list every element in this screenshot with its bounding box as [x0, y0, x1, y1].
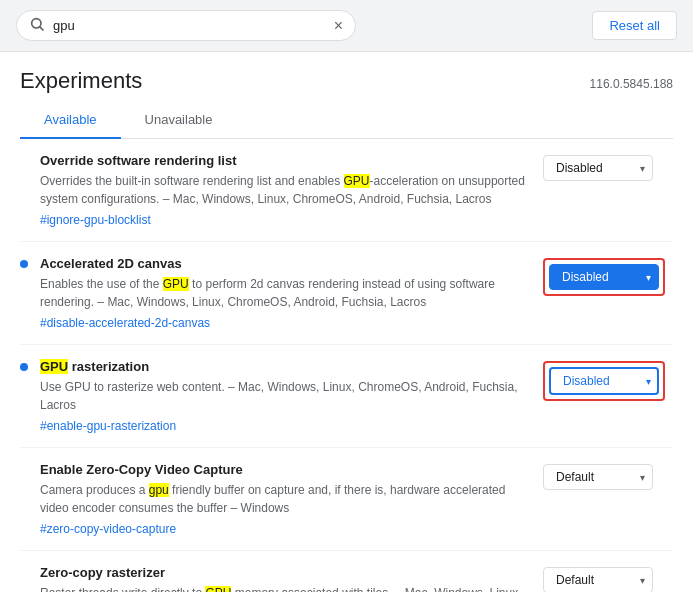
- experiment-desc: Overrides the built-in software renderin…: [40, 172, 531, 208]
- select-wrapper-blue-outlined: Disabled Default Enabled ▾: [549, 367, 659, 395]
- select-wrapper: Default Disabled Enabled ▾: [543, 464, 653, 490]
- highlight-gpu: GPU: [40, 359, 68, 374]
- experiment-title: Override software rendering list: [40, 153, 531, 168]
- experiment-desc: Raster threads write directly to GPU mem…: [40, 584, 531, 592]
- tab-available[interactable]: Available: [20, 102, 121, 139]
- experiment-select[interactable]: Disabled Default Enabled: [543, 155, 653, 181]
- experiment-item-gpu-rasterization: GPU rasterization Use GPU to rasterize w…: [20, 345, 673, 448]
- experiment-link[interactable]: #disable-accelerated-2d-canvas: [40, 316, 210, 330]
- highlight-gpu: gpu: [149, 483, 169, 497]
- experiment-select[interactable]: Default Disabled Enabled: [543, 464, 653, 490]
- red-highlight-box: Disabled Default Enabled ▾: [543, 361, 665, 401]
- experiment-link[interactable]: #enable-gpu-rasterization: [40, 419, 176, 433]
- page-title: Experiments: [20, 68, 142, 94]
- tab-unavailable[interactable]: Unavailable: [121, 102, 237, 139]
- experiment-info: Accelerated 2D canvas Enables the use of…: [40, 256, 531, 330]
- experiment-info: Override software rendering list Overrid…: [40, 153, 531, 227]
- experiment-desc: Enables the use of the GPU to perform 2d…: [40, 275, 531, 311]
- select-wrapper-blue: Disabled Default Enabled ▾: [549, 264, 659, 290]
- experiment-item-override-software-rendering: Override software rendering list Overrid…: [20, 139, 673, 242]
- reset-all-button[interactable]: Reset all: [592, 11, 677, 40]
- experiment-control: Default Disabled Enabled ▾: [543, 462, 673, 490]
- experiment-info: GPU rasterization Use GPU to rasterize w…: [40, 359, 531, 433]
- search-input[interactable]: [53, 18, 326, 33]
- experiment-title: Enable Zero-Copy Video Capture: [40, 462, 531, 477]
- clear-icon[interactable]: ×: [334, 18, 343, 34]
- experiment-control: Default Disabled Enabled ▾: [543, 565, 673, 592]
- experiment-select[interactable]: Default Disabled Enabled: [543, 567, 653, 592]
- search-icon: [29, 16, 45, 35]
- highlight-gpu: GPU: [344, 174, 370, 188]
- experiment-control: Disabled Default Enabled ▾: [543, 153, 673, 181]
- experiment-desc: Use GPU to rasterize web content. – Mac,…: [40, 378, 531, 414]
- svg-line-1: [40, 27, 43, 30]
- experiment-title: Accelerated 2D canvas: [40, 256, 531, 271]
- experiment-title: GPU rasterization: [40, 359, 531, 374]
- experiment-control: Disabled Default Enabled ▾: [543, 256, 673, 296]
- experiment-info: Enable Zero-Copy Video Capture Camera pr…: [40, 462, 531, 536]
- blue-dot-indicator: [20, 363, 28, 371]
- experiment-desc: Camera produces a gpu friendly buffer on…: [40, 481, 531, 517]
- experiment-item-accelerated-2d-canvas: Accelerated 2D canvas Enables the use of…: [20, 242, 673, 345]
- search-input-wrapper: ×: [16, 10, 356, 41]
- select-wrapper: Default Disabled Enabled ▾: [543, 567, 653, 592]
- experiment-item-zero-copy-rasterizer: Zero-copy rasterizer Raster threads writ…: [20, 551, 673, 592]
- experiment-info: Zero-copy rasterizer Raster threads writ…: [40, 565, 531, 592]
- experiment-select[interactable]: Disabled Default Enabled: [549, 367, 659, 395]
- page-header: Experiments 116.0.5845.188: [0, 52, 693, 102]
- blue-dot-indicator: [20, 260, 28, 268]
- select-wrapper: Disabled Default Enabled ▾: [543, 155, 653, 181]
- experiment-title: Zero-copy rasterizer: [40, 565, 531, 580]
- red-highlight-box: Disabled Default Enabled ▾: [543, 258, 665, 296]
- search-bar: × Reset all: [0, 0, 693, 52]
- experiment-link[interactable]: #zero-copy-video-capture: [40, 522, 176, 536]
- version-label: 116.0.5845.188: [590, 77, 673, 91]
- tabs: Available Unavailable: [20, 102, 673, 139]
- highlight-gpu: GPU: [205, 586, 231, 592]
- experiment-control: Disabled Default Enabled ▾: [543, 359, 673, 401]
- highlight-gpu: GPU: [163, 277, 189, 291]
- experiment-item-zero-copy-video-capture: Enable Zero-Copy Video Capture Camera pr…: [20, 448, 673, 551]
- experiments-list: Override software rendering list Overrid…: [0, 139, 693, 592]
- experiment-select[interactable]: Disabled Default Enabled: [549, 264, 659, 290]
- experiment-link[interactable]: #ignore-gpu-blocklist: [40, 213, 151, 227]
